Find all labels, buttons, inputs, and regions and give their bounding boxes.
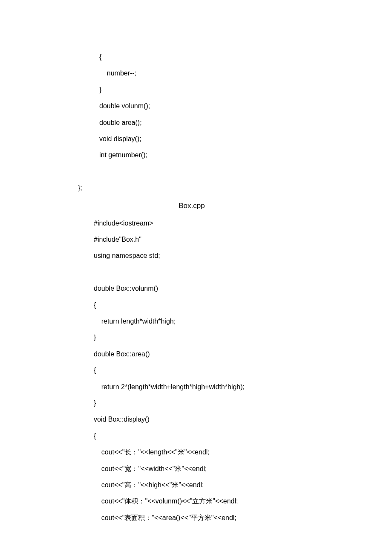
code-line: } [94, 330, 392, 346]
code-line: return 2*(length*width+length*high+width… [94, 379, 392, 395]
code-line: #include<iostream> [94, 215, 392, 231]
code-line: cout<<"体积："<<volunm()<<"立方米"<<endl; [94, 493, 392, 509]
code-line [94, 264, 392, 280]
code-line: void Box::display() [94, 411, 392, 428]
class-close-block: }; [0, 164, 392, 197]
document-page: { number--; } double volunm(); double ar… [0, 0, 392, 526]
code-line: double Box::volunm() [94, 280, 392, 297]
code-line: number--; [99, 65, 392, 81]
code-line: { [94, 362, 392, 379]
code-line: void display(); [99, 131, 392, 147]
code-line: #include"Box.h" [94, 231, 392, 248]
code-line: double Box::area() [94, 346, 392, 362]
code-line: double volunm(); [99, 98, 392, 114]
header-code-block: { number--; } double volunm(); double ar… [0, 49, 392, 164]
code-line [78, 164, 392, 180]
section-title: Box.cpp [0, 197, 392, 215]
code-line: double area(); [99, 115, 392, 131]
code-line: cout<<"宽："<<width<<"米"<<endl; [94, 461, 392, 477]
code-line: cout<<"长："<<length<<"米"<<endl; [94, 444, 392, 460]
code-line: { [94, 428, 392, 444]
code-line: cout<<"高："<<high<<"米"<<endl; [94, 477, 392, 493]
code-line: { [94, 297, 392, 313]
cpp-code-block: #include<iostream> #include"Box.h" using… [0, 215, 392, 526]
code-line: } [99, 82, 392, 98]
code-line: using namespace std; [94, 248, 392, 264]
code-line: }; [78, 180, 392, 196]
code-line: } [94, 395, 392, 411]
code-line: int getnumber(); [99, 147, 392, 163]
code-line: { [99, 49, 392, 65]
code-line: return length*width*high; [94, 313, 392, 330]
code-line: cout<<"表面积："<<area()<<"平方米"<<endl; [94, 510, 392, 526]
